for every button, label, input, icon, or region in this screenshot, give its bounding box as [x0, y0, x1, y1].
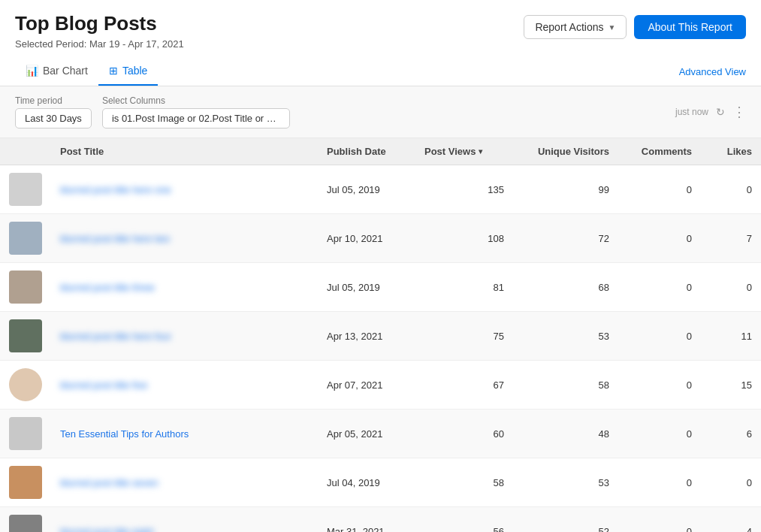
- blog-posts-table: Post Title Publish Date Post Views ▾ Uni…: [0, 138, 761, 532]
- last-refresh-label: just now: [675, 107, 708, 117]
- post-title-text[interactable]: blurred post title seven: [60, 477, 159, 488]
- post-thumbnail-cell: [0, 214, 51, 263]
- post-title-cell: blurred post title here two: [51, 214, 318, 263]
- comments-cell: 0: [618, 165, 701, 214]
- tab-bar-chart[interactable]: 📊 Bar Chart: [15, 57, 98, 86]
- select-columns-label: Select Columns: [102, 95, 290, 106]
- post-title-cell: blurred post title three: [51, 263, 318, 312]
- refresh-icon[interactable]: ↻: [716, 106, 725, 118]
- publish-date-cell: Jul 05, 2019: [318, 165, 415, 214]
- chevron-down-icon: ▼: [608, 23, 616, 32]
- selected-period: Selected Period: Mar 19 - Apr 17, 2021: [15, 38, 184, 50]
- publish-date-cell: Mar 31, 2021: [318, 507, 415, 532]
- post-thumbnail-cell: [0, 410, 51, 458]
- post-title-text[interactable]: blurred post title here one: [60, 184, 171, 195]
- filters-bar: Time period Last 30 Days Select Columns …: [0, 86, 761, 138]
- select-columns-button[interactable]: is 01.Post Image or 02.Post Title or 04.…: [102, 108, 290, 128]
- post-title-text[interactable]: Ten Essential Tips for Authors: [60, 428, 189, 440]
- th-post-views[interactable]: Post Views ▾: [415, 138, 513, 165]
- about-report-button[interactable]: About This Report: [634, 15, 746, 39]
- publish-date-cell: Jul 05, 2019: [318, 263, 415, 312]
- unique-visitors-cell: 53: [513, 312, 618, 361]
- select-columns-filter: Select Columns is 01.Post Image or 02.Po…: [102, 95, 290, 128]
- table-row[interactable]: blurred post title here oneJul 05, 20191…: [0, 165, 761, 214]
- post-thumbnail: [9, 173, 42, 206]
- comments-cell: 0: [618, 410, 701, 458]
- th-comments: Comments: [618, 138, 701, 165]
- likes-cell: 0: [701, 263, 761, 312]
- more-options-icon[interactable]: ⋮: [732, 104, 746, 120]
- post-views-cell: 60: [415, 410, 513, 458]
- header-left: Top Blog Posts Selected Period: Mar 19 -…: [15, 12, 184, 50]
- publish-date-cell: Apr 07, 2021: [318, 361, 415, 410]
- publish-date-cell: Apr 10, 2021: [318, 214, 415, 263]
- unique-visitors-cell: 72: [513, 214, 618, 263]
- data-table-container: Post Title Publish Date Post Views ▾ Uni…: [0, 138, 761, 532]
- post-views-cell: 67: [415, 361, 513, 410]
- likes-cell: 11: [701, 312, 761, 361]
- advanced-view-link[interactable]: Advanced View: [679, 66, 746, 77]
- post-title-text[interactable]: blurred post title three: [60, 282, 155, 293]
- th-post-title: Post Title: [51, 138, 318, 165]
- table-row[interactable]: blurred post title fiveApr 07, 202167580…: [0, 361, 761, 410]
- post-title-cell: blurred post title eight: [51, 507, 318, 532]
- post-thumbnail: [9, 466, 42, 499]
- th-publish-date: Publish Date: [318, 138, 415, 165]
- comments-cell: 0: [618, 458, 701, 507]
- post-thumbnail-cell: [0, 458, 51, 507]
- table-row[interactable]: Ten Essential Tips for AuthorsApr 05, 20…: [0, 410, 761, 458]
- table-header-row: Post Title Publish Date Post Views ▾ Uni…: [0, 138, 761, 165]
- time-period-button[interactable]: Last 30 Days: [15, 108, 92, 128]
- comments-cell: 0: [618, 361, 701, 410]
- post-thumbnail-cell: [0, 507, 51, 532]
- comments-cell: 0: [618, 214, 701, 263]
- post-thumbnail: [9, 271, 42, 304]
- time-period-filter: Time period Last 30 Days: [15, 95, 92, 128]
- table-row[interactable]: blurred post title eightMar 31, 20215652…: [0, 507, 761, 532]
- publish-date-cell: Apr 13, 2021: [318, 312, 415, 361]
- page-title: Top Blog Posts: [15, 12, 184, 35]
- table-body: blurred post title here oneJul 05, 20191…: [0, 165, 761, 532]
- table-row[interactable]: blurred post title threeJul 05, 20198168…: [0, 263, 761, 312]
- post-views-cell: 58: [415, 458, 513, 507]
- post-views-cell: 108: [415, 214, 513, 263]
- post-views-cell: 56: [415, 507, 513, 532]
- post-title-text[interactable]: blurred post title here four: [60, 331, 171, 342]
- unique-visitors-cell: 53: [513, 458, 618, 507]
- post-title-text[interactable]: blurred post title five: [60, 379, 147, 391]
- table-row[interactable]: blurred post title here fourApr 13, 2021…: [0, 312, 761, 361]
- report-actions-button[interactable]: Report Actions ▼: [524, 15, 627, 39]
- comments-cell: 0: [618, 507, 701, 532]
- unique-visitors-cell: 99: [513, 165, 618, 214]
- likes-cell: 6: [701, 410, 761, 458]
- unique-visitors-cell: 52: [513, 507, 618, 532]
- post-views-cell: 75: [415, 312, 513, 361]
- publish-date-cell: Apr 05, 2021: [318, 410, 415, 458]
- post-views-cell: 135: [415, 165, 513, 214]
- unique-visitors-cell: 68: [513, 263, 618, 312]
- tabs: 📊 Bar Chart ⊞ Table: [15, 57, 158, 86]
- table-row[interactable]: blurred post title sevenJul 04, 20195853…: [0, 458, 761, 507]
- publish-date-cell: Jul 04, 2019: [318, 458, 415, 507]
- post-thumbnail-cell: [0, 165, 51, 214]
- post-title-cell: blurred post title here one: [51, 165, 318, 214]
- page-header: Top Blog Posts Selected Period: Mar 19 -…: [0, 0, 761, 57]
- post-title-cell: blurred post title five: [51, 361, 318, 410]
- sort-icon: ▾: [479, 147, 482, 156]
- post-title-cell: Ten Essential Tips for Authors: [51, 410, 318, 458]
- th-image: [0, 138, 51, 165]
- post-title-text[interactable]: blurred post title eight: [60, 526, 153, 532]
- post-thumbnail: [9, 319, 42, 352]
- unique-visitors-cell: 48: [513, 410, 618, 458]
- filter-right-controls: just now ↻ ⋮: [675, 104, 746, 120]
- likes-cell: 15: [701, 361, 761, 410]
- table-icon: ⊞: [109, 65, 118, 77]
- table-row[interactable]: blurred post title here twoApr 10, 20211…: [0, 214, 761, 263]
- th-unique-visitors: Unique Visitors: [513, 138, 618, 165]
- post-title-cell: blurred post title seven: [51, 458, 318, 507]
- likes-cell: 0: [701, 165, 761, 214]
- th-likes: Likes: [701, 138, 761, 165]
- tab-table[interactable]: ⊞ Table: [98, 57, 158, 86]
- post-title-text[interactable]: blurred post title here two: [60, 233, 170, 244]
- post-thumbnail-cell: [0, 312, 51, 361]
